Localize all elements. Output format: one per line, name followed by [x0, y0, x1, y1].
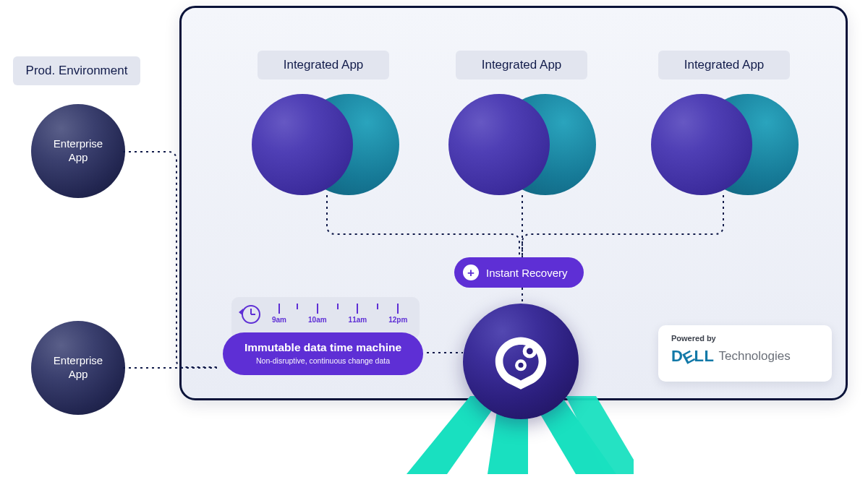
history-clock-icon [242, 305, 260, 324]
enterprise-app-node-2: Enterprise App [31, 321, 125, 415]
platform-logo-icon [489, 330, 553, 393]
time-machine-title: Immutable data time machine [244, 341, 401, 354]
integrated-app-spheres-3 [651, 94, 799, 195]
integrated-app-spheres-1 [252, 94, 399, 195]
prod-environment-label: Prod. Environment [13, 56, 140, 85]
enterprise-app-node-1: Enterprise App [31, 104, 125, 198]
instant-recovery-pill: + Instant Recovery [454, 257, 584, 288]
dell-technologies-logo: DELL Technologies [671, 347, 819, 366]
powered-by-label: Powered by [671, 334, 819, 343]
integrated-app-label-3: Integrated App [658, 51, 790, 80]
integrated-app-spheres-2 [448, 94, 596, 195]
svg-point-1 [527, 348, 533, 355]
core-platform-node [463, 304, 579, 419]
time-machine-subtitle: Non-disruptive, continuous change data [244, 356, 401, 365]
plus-icon: + [463, 265, 479, 280]
powered-by-panel: Powered by DELL Technologies [658, 325, 832, 382]
timeline-ticks: 9am 10am 11am 12pm [272, 304, 407, 324]
integrated-app-label-2: Integrated App [456, 51, 587, 80]
time-machine-pill: Immutable data time machine Non-disrupti… [223, 332, 423, 375]
svg-point-3 [518, 363, 523, 368]
instant-recovery-label: Instant Recovery [486, 267, 568, 279]
integrated-app-label-1: Integrated App [258, 51, 389, 80]
